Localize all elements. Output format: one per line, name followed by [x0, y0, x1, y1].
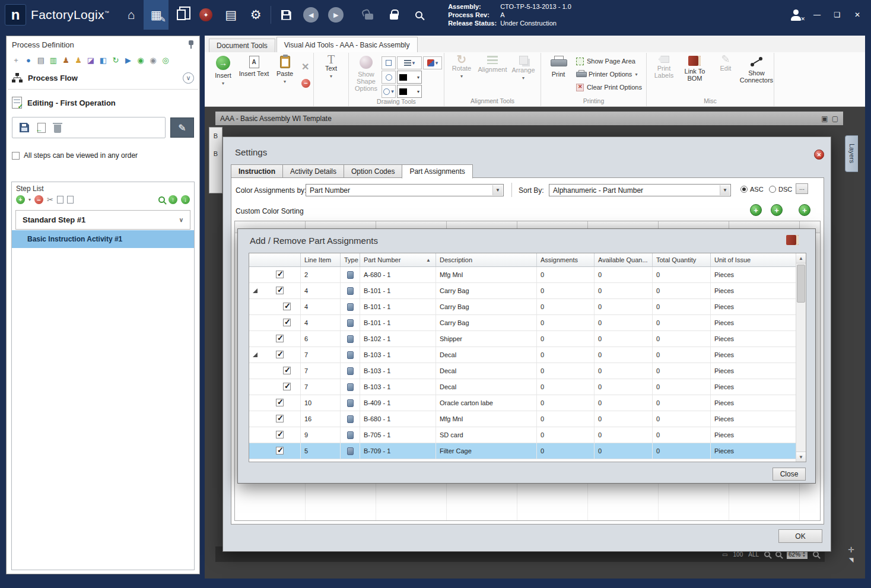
link-to-bom-button[interactable]: Link To BOM: [679, 53, 710, 96]
run-icon[interactable]: ▶: [123, 55, 133, 65]
move-down-button[interactable]: ↓: [181, 195, 190, 204]
edit-operation-button[interactable]: ✎: [170, 117, 194, 138]
add-step-caret-icon[interactable]: ▾: [28, 197, 31, 202]
user-icon[interactable]: ♟: [73, 55, 84, 65]
show-connectors-button[interactable]: Show Connectors: [741, 53, 772, 96]
col-total-quantity[interactable]: Total Quantity: [653, 253, 711, 266]
add-part-button[interactable]: +: [799, 204, 810, 216]
delete-button[interactable]: ✕: [301, 61, 310, 72]
col-type[interactable]: Type: [341, 253, 360, 266]
navigator-button[interactable]: ✦: [193, 0, 218, 30]
scroll-up-icon[interactable]: ▲: [796, 253, 806, 263]
pin-icon[interactable]: [188, 40, 194, 49]
web-icon[interactable]: ●: [23, 55, 34, 65]
asc-radio[interactable]: ASC: [740, 186, 764, 193]
tab-activity-details[interactable]: Activity Details: [282, 164, 344, 178]
more-options-button[interactable]: ...: [796, 183, 808, 194]
paste-icon[interactable]: [67, 196, 74, 204]
col-available-quantity[interactable]: Available Quan...: [595, 253, 653, 266]
doc-pin-icon[interactable]: ▢: [832, 115, 838, 123]
move-up-button[interactable]: ↑: [169, 195, 177, 204]
scrollbar-thumb[interactable]: [797, 265, 805, 303]
row-checkbox[interactable]: [276, 431, 284, 438]
part-row[interactable]: 4B-101 - 1Carry Bag000Pieces: [249, 315, 806, 331]
scale-100-label[interactable]: 100: [733, 551, 743, 558]
tab-part-assignments[interactable]: Part Assignments: [402, 164, 472, 179]
any-order-checkbox[interactable]: [12, 152, 20, 160]
part-row[interactable]: 2A-680 - 1Mfg Mnl000Pieces: [249, 267, 806, 283]
maximize-button[interactable]: ❏: [832, 11, 843, 19]
rotate-button[interactable]: ↻ Rotate▾: [446, 53, 477, 96]
row-checkbox[interactable]: [276, 351, 284, 358]
ellipse-tool-button[interactable]: [382, 71, 396, 84]
col-select[interactable]: [249, 253, 301, 266]
add-icon[interactable]: +: [11, 55, 21, 65]
expander-icon[interactable]: [253, 288, 258, 293]
bom-book-icon[interactable]: [786, 235, 799, 245]
part-row[interactable]: 4B-101 - 1Carry Bag000Pieces: [249, 283, 806, 299]
monitor-icon[interactable]: ▭: [722, 551, 727, 558]
unlock-button[interactable]: [357, 0, 382, 30]
arrange-button[interactable]: Arrange▾: [508, 53, 539, 96]
printer-options-button[interactable]: Printer Options▾: [574, 68, 644, 80]
tab-option-codes[interactable]: Option Codes: [344, 164, 402, 178]
close-window-button[interactable]: ✕: [852, 11, 863, 19]
fill-color-picker[interactable]: ▾: [397, 85, 422, 98]
process-flow-label[interactable]: Process Flow: [28, 74, 177, 82]
status-go-icon[interactable]: ◎: [160, 55, 171, 65]
zoom-out-icon[interactable]: [764, 551, 770, 557]
insert-text-button[interactable]: A Insert Text: [239, 53, 269, 96]
row-checkbox[interactable]: [276, 335, 284, 342]
part-row[interactable]: 4B-101 - 1Carry Bag000Pieces: [249, 299, 806, 315]
color-assignments-select[interactable]: Part Number ▼: [306, 184, 504, 196]
step-chevron-icon[interactable]: ∨: [179, 217, 183, 223]
lock-button[interactable]: [382, 0, 406, 30]
pan-icon[interactable]: ✛: [848, 545, 854, 554]
search-button[interactable]: [406, 0, 431, 30]
close-icon[interactable]: ✕: [814, 150, 824, 160]
stroke-color-picker[interactable]: ▾: [397, 71, 422, 84]
step-item[interactable]: Standard Step #1 ∨: [15, 210, 190, 230]
documents-button[interactable]: [169, 0, 193, 30]
refresh-icon[interactable]: ↻: [110, 55, 121, 65]
expander-icon[interactable]: [253, 352, 258, 357]
row-checkbox[interactable]: [276, 271, 284, 278]
cut-icon[interactable]: ✂: [47, 195, 53, 204]
zoom-in-icon[interactable]: [775, 551, 781, 557]
sort-by-select[interactable]: Alphanumeric - Part Number ▼: [549, 184, 731, 196]
dsc-radio[interactable]: DSC: [769, 186, 792, 193]
news-button[interactable]: ▤: [218, 0, 243, 30]
col-assignments[interactable]: Assignments: [537, 253, 595, 266]
asc-radio-button[interactable]: [740, 186, 748, 193]
add-color-button[interactable]: +: [750, 204, 762, 216]
import-icon[interactable]: [37, 123, 46, 133]
apply-color-button[interactable]: +: [771, 204, 783, 216]
layers-tab[interactable]: Layers: [845, 135, 858, 172]
doc-window-icon[interactable]: ▣: [821, 115, 828, 123]
zoom-fit-icon[interactable]: [813, 551, 819, 557]
add-step-button[interactable]: +: [16, 195, 25, 204]
minimize-button[interactable]: —: [812, 11, 822, 19]
col-unit-of-issue[interactable]: Unit of Issue: [711, 253, 797, 266]
report-icon[interactable]: ▥: [48, 55, 59, 65]
print-icon[interactable]: ▤: [36, 55, 46, 65]
close-button[interactable]: Close: [773, 468, 806, 481]
shape-tool-button[interactable]: ▾: [382, 85, 396, 98]
row-checkbox[interactable]: [276, 287, 284, 294]
part-row[interactable]: 7B-103 - 1Decal000Pieces: [249, 347, 806, 363]
clear-print-options-button[interactable]: Clear Print Options: [574, 81, 644, 93]
row-checkbox[interactable]: [283, 303, 291, 310]
pointer-icon[interactable]: ◥: [849, 557, 854, 563]
line-style-button[interactable]: ▾: [397, 56, 422, 69]
row-checkbox[interactable]: [276, 415, 284, 422]
back-button[interactable]: ◀: [298, 0, 323, 30]
trash-icon[interactable]: [54, 125, 61, 133]
tab-visual-aid-tools[interactable]: Visual Aid Tools - AAA - Basic Assembly: [276, 37, 418, 52]
row-checkbox[interactable]: [283, 367, 291, 374]
status-green-icon[interactable]: ◉: [135, 55, 146, 65]
table-scrollbar[interactable]: ▲ ▼: [796, 253, 806, 462]
user-logout-button[interactable]: ✕: [790, 9, 802, 21]
print-button[interactable]: Print: [543, 53, 574, 96]
status-gray-icon[interactable]: ◉: [148, 55, 158, 65]
part-row[interactable]: 7B-103 - 1Decal000Pieces: [249, 379, 806, 395]
